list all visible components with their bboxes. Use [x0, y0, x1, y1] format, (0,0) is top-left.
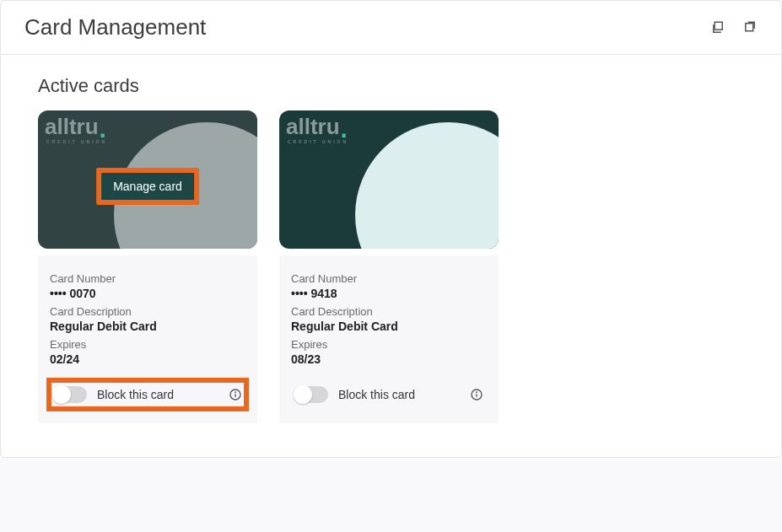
expires-value: 02/24	[50, 352, 245, 366]
info-icon[interactable]	[470, 388, 483, 401]
brand-name: alltru	[45, 116, 99, 137]
card-decor-circle	[355, 122, 499, 249]
card-number-label: Card Number	[291, 272, 487, 285]
page-title: Card Management	[24, 14, 206, 40]
svg-point-7	[477, 392, 477, 393]
header-actions	[710, 20, 758, 35]
block-card-toggle[interactable]	[294, 386, 328, 403]
manage-card-highlight: Manage card	[96, 168, 199, 205]
card-number-label: Card Number	[50, 272, 245, 285]
expires-label: Expires	[291, 338, 487, 351]
toggle-knob	[52, 385, 71, 404]
toggle-knob	[294, 385, 312, 404]
card-description-value: Regular Debit Card	[50, 320, 245, 333]
card-description-value: Regular Debit Card	[291, 320, 487, 333]
brand-name: alltru	[286, 116, 340, 137]
block-card-row: Block this card	[50, 381, 245, 408]
brand-logo: alltru.	[45, 116, 106, 137]
brand-logo: alltru.	[286, 116, 348, 137]
card-details: Card Number •••• 0070 Card Description R…	[38, 255, 257, 423]
svg-rect-0	[715, 22, 722, 30]
block-card-toggle[interactable]	[53, 386, 87, 403]
block-card-label: Block this card	[338, 388, 460, 401]
widget-body: Active cards alltru. CREDIT UNION Manage…	[1, 55, 781, 457]
cards-row: alltru. CREDIT UNION Manage card Card Nu…	[38, 110, 744, 423]
svg-point-4	[235, 392, 236, 393]
card-visual[interactable]: alltru. CREDIT UNION Manage card	[38, 110, 257, 249]
card-management-widget: Card Management Active cards	[0, 0, 782, 458]
brand-sub: CREDIT UNION	[46, 139, 107, 144]
block-card-label: Block this card	[97, 388, 218, 401]
expires-label: Expires	[50, 338, 245, 351]
brand-dot: .	[341, 120, 348, 137]
widget-header: Card Management	[1, 1, 781, 55]
brand-sub: CREDIT UNION	[288, 139, 348, 144]
manage-card-button[interactable]: Manage card	[101, 173, 194, 200]
collapse-icon[interactable]	[710, 20, 725, 35]
card-description-label: Card Description	[291, 305, 487, 318]
block-card-row: Block this card	[291, 381, 487, 408]
info-icon[interactable]	[229, 388, 242, 401]
expires-value: 08/23	[291, 352, 487, 366]
card-number-value: •••• 0070	[50, 287, 245, 300]
card-item: alltru. CREDIT UNION Card Number •••• 94…	[279, 110, 499, 423]
section-title: Active cards	[38, 75, 744, 97]
card-visual[interactable]: alltru. CREDIT UNION	[279, 110, 499, 249]
brand-dot: .	[100, 120, 106, 137]
card-item: alltru. CREDIT UNION Manage card Card Nu…	[38, 110, 257, 423]
card-number-value: •••• 9418	[291, 287, 487, 300]
card-details: Card Number •••• 9418 Card Description R…	[279, 255, 499, 423]
card-description-label: Card Description	[50, 305, 245, 318]
expand-icon[interactable]	[742, 20, 758, 35]
svg-rect-1	[746, 23, 753, 30]
